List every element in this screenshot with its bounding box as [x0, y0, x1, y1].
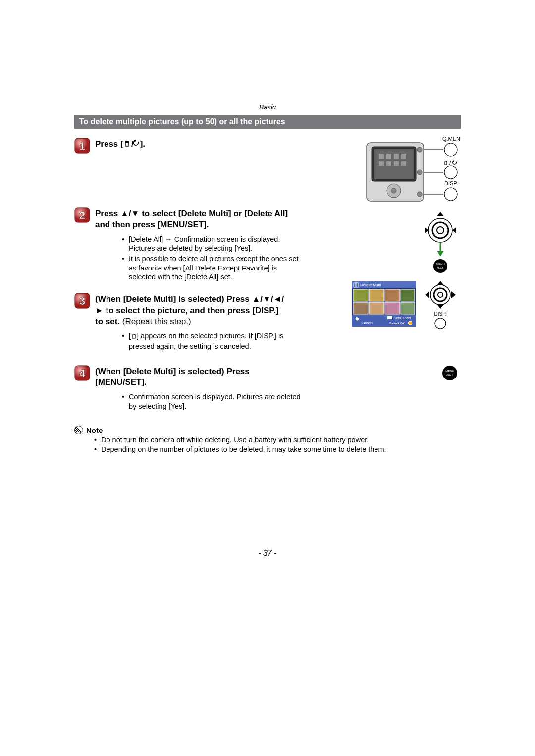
svg-point-13 — [444, 166, 457, 179]
svg-rect-27 — [401, 161, 406, 166]
svg-point-31 — [417, 170, 422, 175]
svg-rect-55 — [401, 302, 415, 314]
svg-text:Select    OK: Select OK — [389, 322, 405, 325]
step-2: 2 Press ▲/▼ to select [Delete Multi] or … — [74, 208, 461, 283]
svg-point-61 — [408, 321, 412, 325]
step-3-bullets: [] appears on the selected pictures. If … — [109, 331, 286, 351]
svg-text:2: 2 — [79, 209, 85, 221]
disp-label: DISP. — [444, 180, 458, 186]
svg-text:Delete Multi: Delete Multi — [360, 283, 381, 287]
svg-rect-48 — [353, 289, 368, 301]
thumbnail-screen-illustration: Delete Multi Cancel Set/Cancel Select OK — [352, 281, 416, 328]
svg-rect-2 — [125, 141, 128, 142]
dpad-illustration-1: MENU /SET — [420, 211, 461, 276]
camera-illustration: Q.MENU / DISP. — [364, 134, 461, 207]
svg-rect-53 — [369, 302, 384, 314]
svg-text:DISP.: DISP. — [434, 311, 447, 317]
svg-text:/SET: /SET — [437, 266, 444, 269]
svg-point-32 — [417, 192, 422, 197]
svg-point-29 — [391, 188, 396, 193]
svg-point-15 — [444, 188, 457, 201]
step-3-title: (When [Delete Multi] is selected) Press … — [95, 294, 286, 328]
trash-icon — [131, 332, 137, 342]
step-4: 4 (When [Delete Multi] is selected) Pres… — [74, 366, 461, 412]
svg-text:/: / — [449, 159, 451, 166]
page-number: - 37 - — [0, 549, 535, 558]
svg-marker-33 — [436, 212, 444, 216]
svg-point-10 — [444, 143, 457, 156]
trash-return-label-icon: / — [444, 159, 457, 166]
svg-marker-37 — [425, 227, 428, 233]
svg-rect-22 — [394, 154, 399, 159]
svg-marker-64 — [425, 291, 429, 298]
step-number-2: 2 — [74, 207, 90, 223]
svg-text:/SET: /SET — [446, 373, 453, 376]
svg-rect-49 — [369, 289, 384, 301]
svg-marker-65 — [451, 291, 456, 298]
section-title-bar: To delete multiple pictures (up to 50) o… — [74, 115, 461, 129]
step-2-bullets: [Delete All] → Confirmation screen is di… — [109, 235, 303, 282]
svg-rect-26 — [394, 161, 399, 166]
svg-text:1: 1 — [79, 140, 85, 152]
svg-text:Set/Cancel: Set/Cancel — [394, 316, 411, 320]
step-2-title: Press ▲/▼ to select [Delete Multi] or [D… — [95, 208, 303, 231]
svg-rect-52 — [353, 302, 368, 314]
trash-return-icon: / — [123, 140, 140, 151]
svg-rect-23 — [401, 154, 406, 159]
step-number-4: 4 — [74, 365, 90, 381]
note-heading: Note — [74, 426, 461, 434]
svg-rect-25 — [386, 161, 391, 166]
svg-rect-58 — [387, 316, 392, 319]
svg-point-70 — [435, 318, 446, 329]
svg-rect-50 — [385, 289, 400, 301]
svg-rect-51 — [401, 289, 415, 301]
svg-rect-24 — [379, 161, 384, 166]
qmenu-label: Q.MENU — [442, 136, 461, 142]
svg-rect-20 — [379, 154, 384, 159]
svg-text:4: 4 — [79, 367, 86, 379]
svg-rect-54 — [385, 302, 400, 314]
step-number-1: 1 — [74, 138, 90, 154]
step-4-bullets: Confirmation screen is displayed. Pictur… — [109, 392, 303, 411]
svg-text:3: 3 — [79, 295, 85, 307]
note-list: Do not turn the camera off while deletin… — [74, 435, 461, 454]
svg-marker-38 — [452, 227, 456, 233]
svg-rect-21 — [386, 154, 391, 159]
svg-text:MENU: MENU — [436, 263, 445, 266]
dpad-illustration-2: DISP. — [421, 280, 460, 331]
step-4-title: (When [Delete Multi] is selected) Press … — [95, 366, 303, 389]
svg-text:MENU: MENU — [445, 370, 454, 373]
svg-point-30 — [417, 147, 422, 152]
svg-marker-40 — [437, 251, 443, 256]
note-icon — [74, 426, 83, 434]
menu-set-button-illustration: MENU /SET — [440, 363, 460, 384]
svg-text:Cancel: Cancel — [362, 321, 373, 324]
breadcrumb: Basic — [74, 103, 461, 111]
step-number-3: 3 — [74, 293, 90, 309]
